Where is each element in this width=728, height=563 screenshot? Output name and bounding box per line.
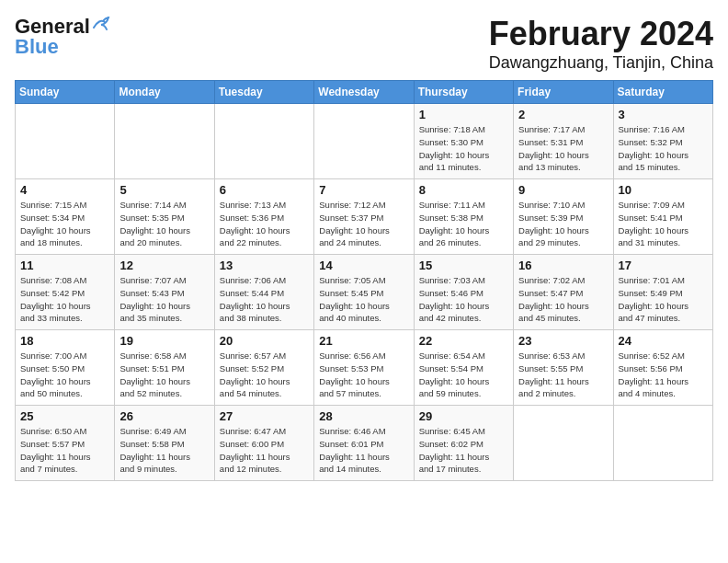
calendar-cell xyxy=(613,406,712,481)
calendar-cell: 13Sunrise: 7:06 AM Sunset: 5:44 PM Dayli… xyxy=(214,255,313,330)
header-day-monday: Monday xyxy=(115,81,214,104)
calendar-cell: 22Sunrise: 6:54 AM Sunset: 5:54 PM Dayli… xyxy=(414,330,513,406)
day-info: Sunrise: 6:47 AM Sunset: 6:00 PM Dayligh… xyxy=(220,425,309,476)
calendar-cell: 6Sunrise: 7:13 AM Sunset: 5:36 PM Daylig… xyxy=(214,179,313,255)
day-number: 10 xyxy=(619,183,708,197)
calendar-week-row: 18Sunrise: 7:00 AM Sunset: 5:50 PM Dayli… xyxy=(16,330,713,406)
day-info: Sunrise: 6:52 AM Sunset: 5:56 PM Dayligh… xyxy=(619,350,708,400)
day-info: Sunrise: 6:49 AM Sunset: 5:58 PM Dayligh… xyxy=(119,425,209,476)
calendar-cell: 14Sunrise: 7:05 AM Sunset: 5:45 PM Dayli… xyxy=(314,255,414,330)
day-number: 13 xyxy=(220,259,309,272)
day-number: 9 xyxy=(518,183,608,197)
day-info: Sunrise: 7:16 AM Sunset: 5:32 PM Dayligh… xyxy=(619,123,708,174)
day-number: 20 xyxy=(220,334,309,348)
day-info: Sunrise: 6:56 AM Sunset: 5:53 PM Dayligh… xyxy=(319,350,408,400)
logo-bird-icon xyxy=(92,17,112,33)
day-number: 24 xyxy=(619,334,708,348)
day-number: 25 xyxy=(20,409,109,423)
calendar-table: SundayMondayTuesdayWednesdayThursdayFrid… xyxy=(15,80,713,481)
day-number: 17 xyxy=(619,259,708,272)
calendar-cell: 21Sunrise: 6:56 AM Sunset: 5:53 PM Dayli… xyxy=(314,330,414,406)
day-info: Sunrise: 7:07 AM Sunset: 5:43 PM Dayligh… xyxy=(119,274,209,325)
day-number: 12 xyxy=(119,259,209,272)
day-number: 14 xyxy=(319,259,408,272)
calendar-cell xyxy=(214,104,313,179)
day-info: Sunrise: 7:01 AM Sunset: 5:49 PM Dayligh… xyxy=(619,274,708,325)
calendar-cell: 8Sunrise: 7:11 AM Sunset: 5:38 PM Daylig… xyxy=(414,179,513,255)
day-number: 15 xyxy=(419,259,508,272)
day-info: Sunrise: 7:12 AM Sunset: 5:37 PM Dayligh… xyxy=(319,199,408,249)
day-info: Sunrise: 6:58 AM Sunset: 5:51 PM Dayligh… xyxy=(119,350,209,400)
day-info: Sunrise: 7:10 AM Sunset: 5:39 PM Dayligh… xyxy=(518,199,608,249)
location-title: Dawangzhuang, Tianjin, China xyxy=(489,53,713,73)
calendar-cell: 11Sunrise: 7:08 AM Sunset: 5:42 PM Dayli… xyxy=(16,255,115,330)
calendar-cell: 17Sunrise: 7:01 AM Sunset: 5:49 PM Dayli… xyxy=(613,255,712,330)
day-info: Sunrise: 7:03 AM Sunset: 5:46 PM Dayligh… xyxy=(419,274,508,325)
header-day-friday: Friday xyxy=(514,81,613,104)
calendar-cell: 5Sunrise: 7:14 AM Sunset: 5:35 PM Daylig… xyxy=(115,179,214,255)
header-day-saturday: Saturday xyxy=(613,81,712,104)
day-info: Sunrise: 7:02 AM Sunset: 5:47 PM Dayligh… xyxy=(518,274,608,325)
day-info: Sunrise: 7:18 AM Sunset: 5:30 PM Dayligh… xyxy=(419,123,508,174)
month-year-title: February 2024 xyxy=(489,15,713,53)
header-day-wednesday: Wednesday xyxy=(314,81,414,104)
calendar-week-row: 25Sunrise: 6:50 AM Sunset: 5:57 PM Dayli… xyxy=(16,406,713,481)
calendar-cell xyxy=(16,104,115,179)
day-number: 4 xyxy=(20,183,109,197)
logo: General Blue xyxy=(15,15,112,59)
day-info: Sunrise: 7:11 AM Sunset: 5:38 PM Dayligh… xyxy=(419,199,508,249)
day-info: Sunrise: 6:53 AM Sunset: 5:55 PM Dayligh… xyxy=(518,350,608,400)
header-day-tuesday: Tuesday xyxy=(214,81,313,104)
calendar-cell: 3Sunrise: 7:16 AM Sunset: 5:32 PM Daylig… xyxy=(613,104,712,179)
calendar-cell: 24Sunrise: 6:52 AM Sunset: 5:56 PM Dayli… xyxy=(613,330,712,406)
calendar-week-row: 11Sunrise: 7:08 AM Sunset: 5:42 PM Dayli… xyxy=(16,255,713,330)
day-number: 18 xyxy=(20,334,109,348)
day-number: 28 xyxy=(319,409,408,423)
day-info: Sunrise: 7:13 AM Sunset: 5:36 PM Dayligh… xyxy=(220,199,309,249)
day-info: Sunrise: 7:17 AM Sunset: 5:31 PM Dayligh… xyxy=(518,123,608,174)
calendar-cell: 7Sunrise: 7:12 AM Sunset: 5:37 PM Daylig… xyxy=(314,179,414,255)
header-day-sunday: Sunday xyxy=(16,81,115,104)
calendar-cell: 15Sunrise: 7:03 AM Sunset: 5:46 PM Dayli… xyxy=(414,255,513,330)
calendar-cell: 9Sunrise: 7:10 AM Sunset: 5:39 PM Daylig… xyxy=(514,179,613,255)
calendar-cell: 12Sunrise: 7:07 AM Sunset: 5:43 PM Dayli… xyxy=(115,255,214,330)
calendar-cell xyxy=(514,406,613,481)
calendar-cell: 18Sunrise: 7:00 AM Sunset: 5:50 PM Dayli… xyxy=(16,330,115,406)
calendar-week-row: 4Sunrise: 7:15 AM Sunset: 5:34 PM Daylig… xyxy=(16,179,713,255)
day-info: Sunrise: 7:15 AM Sunset: 5:34 PM Dayligh… xyxy=(20,199,109,249)
day-info: Sunrise: 7:00 AM Sunset: 5:50 PM Dayligh… xyxy=(20,350,109,400)
day-number: 26 xyxy=(119,409,209,423)
day-number: 11 xyxy=(20,259,109,272)
calendar-week-row: 1Sunrise: 7:18 AM Sunset: 5:30 PM Daylig… xyxy=(16,104,713,179)
page-header: General Blue February 2024 Dawangzhuang,… xyxy=(15,15,713,73)
day-info: Sunrise: 7:06 AM Sunset: 5:44 PM Dayligh… xyxy=(220,274,309,325)
day-number: 3 xyxy=(619,108,708,121)
day-info: Sunrise: 7:08 AM Sunset: 5:42 PM Dayligh… xyxy=(20,274,109,325)
calendar-cell xyxy=(314,104,414,179)
logo-text-blue: Blue xyxy=(15,35,59,59)
day-number: 5 xyxy=(119,183,209,197)
day-number: 2 xyxy=(518,108,608,121)
calendar-cell: 2Sunrise: 7:17 AM Sunset: 5:31 PM Daylig… xyxy=(514,104,613,179)
day-number: 22 xyxy=(419,334,508,348)
calendar-cell: 27Sunrise: 6:47 AM Sunset: 6:00 PM Dayli… xyxy=(214,406,313,481)
calendar-cell: 29Sunrise: 6:45 AM Sunset: 6:02 PM Dayli… xyxy=(414,406,513,481)
day-number: 29 xyxy=(419,409,508,423)
calendar-cell: 26Sunrise: 6:49 AM Sunset: 5:58 PM Dayli… xyxy=(115,406,214,481)
day-number: 21 xyxy=(319,334,408,348)
calendar-cell: 10Sunrise: 7:09 AM Sunset: 5:41 PM Dayli… xyxy=(613,179,712,255)
title-block: February 2024 Dawangzhuang, Tianjin, Chi… xyxy=(489,15,713,73)
calendar-cell: 28Sunrise: 6:46 AM Sunset: 6:01 PM Dayli… xyxy=(314,406,414,481)
calendar-header-row: SundayMondayTuesdayWednesdayThursdayFrid… xyxy=(16,81,713,104)
header-day-thursday: Thursday xyxy=(414,81,513,104)
calendar-cell: 4Sunrise: 7:15 AM Sunset: 5:34 PM Daylig… xyxy=(16,179,115,255)
day-info: Sunrise: 6:46 AM Sunset: 6:01 PM Dayligh… xyxy=(319,425,408,476)
calendar-cell xyxy=(115,104,214,179)
day-number: 27 xyxy=(220,409,309,423)
day-number: 6 xyxy=(220,183,309,197)
calendar-cell: 25Sunrise: 6:50 AM Sunset: 5:57 PM Dayli… xyxy=(16,406,115,481)
day-number: 16 xyxy=(518,259,608,272)
day-number: 19 xyxy=(119,334,209,348)
day-info: Sunrise: 6:54 AM Sunset: 5:54 PM Dayligh… xyxy=(419,350,508,400)
day-info: Sunrise: 7:09 AM Sunset: 5:41 PM Dayligh… xyxy=(619,199,708,249)
